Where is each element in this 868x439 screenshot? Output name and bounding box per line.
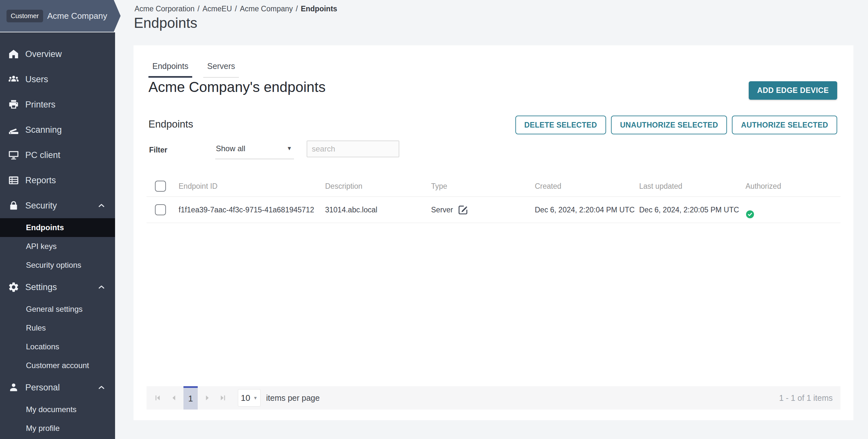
breadcrumb-item[interactable]: Acme Company xyxy=(240,4,293,13)
caret-down-icon: ▼ xyxy=(253,395,258,401)
card-heading: Acme Company's endpoints xyxy=(149,79,326,95)
scanner-icon xyxy=(8,124,20,136)
cell-endpoint-id: f1f1ea39-7aac-4f3c-9715-41a681945712 xyxy=(179,206,325,214)
breadcrumb-item[interactable]: AcmeEU xyxy=(203,4,232,13)
sidebar-item-general-settings[interactable]: General settings xyxy=(0,300,115,318)
sidebar-item-settings[interactable]: Settings xyxy=(0,274,115,300)
sidebar-header: Customer Acme Company xyxy=(0,0,121,32)
sidebar: Overview Users Printers Scanning PC clie… xyxy=(0,32,115,439)
sidebar-item-locations[interactable]: Locations xyxy=(0,337,115,356)
printer-icon xyxy=(8,99,20,110)
sidebar-item-label: Overview xyxy=(25,49,62,59)
breadcrumb-item[interactable]: Acme Corporation xyxy=(134,4,194,13)
filter-select[interactable]: Show all ▼ xyxy=(215,139,294,159)
tab-servers[interactable]: Servers xyxy=(203,56,239,78)
add-edge-device-button[interactable]: ADD EDGE DEVICE xyxy=(749,81,837,100)
filter-label: Filter xyxy=(149,146,167,155)
customer-badge: Customer xyxy=(6,10,43,22)
section-title: Endpoints xyxy=(149,119,193,130)
sidebar-item-overview[interactable]: Overview xyxy=(0,41,115,67)
column-header-endpoint-id: Endpoint ID xyxy=(179,182,325,191)
sidebar-item-my-documents[interactable]: My documents xyxy=(0,400,115,419)
company-name: Acme Company xyxy=(47,11,107,21)
sidebar-item-label: Settings xyxy=(25,282,57,292)
breadcrumb-item-current: Endpoints xyxy=(301,4,337,13)
authorized-check-icon xyxy=(745,210,840,219)
sidebar-item-reports[interactable]: Reports xyxy=(0,168,115,193)
breadcrumb-separator: / xyxy=(197,4,199,13)
bulk-actions: DELETE SELECTED UNAUTHORIZE SELECTED AUT… xyxy=(515,115,837,134)
authorize-selected-button[interactable]: AUTHORIZE SELECTED xyxy=(732,115,837,134)
cell-description: 31014.abc.local xyxy=(325,206,431,214)
tab-endpoints[interactable]: Endpoints xyxy=(149,56,192,78)
sidebar-item-label: Printers xyxy=(25,100,55,110)
page-size-select[interactable]: 10 ▼ xyxy=(238,389,260,407)
sidebar-item-label: Reports xyxy=(25,175,56,185)
next-page-button[interactable] xyxy=(201,392,214,404)
previous-page-button[interactable] xyxy=(167,392,180,404)
sidebar-item-my-profile[interactable]: My profile xyxy=(0,419,115,438)
sidebar-item-customer-account[interactable]: Customer account xyxy=(0,356,115,375)
column-header-type: Type xyxy=(431,182,535,191)
column-header-created: Created xyxy=(535,182,639,191)
page-size-value: 10 xyxy=(241,393,250,403)
tab-bar: Endpoints Servers xyxy=(149,56,239,78)
sidebar-item-security-options[interactable]: Security options xyxy=(0,256,115,274)
delete-selected-button[interactable]: DELETE SELECTED xyxy=(515,115,606,134)
caret-down-icon: ▼ xyxy=(286,145,292,152)
column-header-last-updated: Last updated xyxy=(639,182,745,191)
breadcrumb-separator: / xyxy=(296,4,298,13)
sidebar-item-label: Users xyxy=(25,74,48,85)
sidebar-item-label: Scanning xyxy=(25,125,62,135)
type-value: Server xyxy=(431,206,453,214)
sidebar-item-pc-client[interactable]: PC client xyxy=(0,142,115,168)
search-input[interactable] xyxy=(307,140,399,157)
sidebar-item-printers[interactable]: Printers xyxy=(0,92,115,117)
gear-icon xyxy=(8,281,20,293)
last-page-button[interactable] xyxy=(217,392,229,404)
content-card: Endpoints Servers Acme Company's endpoin… xyxy=(133,45,854,420)
cell-authorized xyxy=(745,201,840,219)
sidebar-item-label: Security xyxy=(25,201,57,211)
sidebar-item-users[interactable]: Users xyxy=(0,67,115,92)
home-icon xyxy=(8,48,20,60)
sidebar-item-endpoints[interactable]: Endpoints xyxy=(0,218,115,237)
page: Customer Acme Company Overview Users Pri… xyxy=(0,0,868,439)
cell-last-updated: Dec 6, 2024, 2:20:05 PM UTC xyxy=(639,206,745,214)
items-per-page-label: items per page xyxy=(266,393,319,403)
select-all-checkbox[interactable] xyxy=(155,181,166,192)
edit-icon[interactable] xyxy=(458,204,469,215)
sidebar-item-label: Personal xyxy=(25,383,60,393)
sidebar-item-security[interactable]: Security xyxy=(0,193,115,218)
endpoints-table: Endpoint ID Description Type Created Las… xyxy=(147,176,840,223)
breadcrumb-separator: / xyxy=(235,4,237,13)
unauthorize-selected-button[interactable]: UNAUTHORIZE SELECTED xyxy=(611,115,727,134)
breadcrumb: Acme Corporation / AcmeEU / Acme Company… xyxy=(134,4,337,13)
sidebar-item-api-keys[interactable]: API keys xyxy=(0,237,115,256)
monitor-icon xyxy=(8,149,20,161)
row-checkbox[interactable] xyxy=(155,204,166,215)
person-icon xyxy=(8,382,20,393)
sidebar-item-label: PC client xyxy=(25,150,60,160)
sidebar-item-rules[interactable]: Rules xyxy=(0,318,115,337)
cell-created: Dec 6, 2024, 2:20:04 PM UTC xyxy=(535,206,639,214)
first-page-button[interactable] xyxy=(151,392,164,404)
users-icon xyxy=(8,73,20,85)
chevron-up-icon[interactable] xyxy=(97,201,106,210)
reports-icon xyxy=(8,174,20,186)
lock-icon xyxy=(8,200,20,211)
sidebar-item-scanning[interactable]: Scanning xyxy=(0,117,115,142)
chevron-up-icon[interactable] xyxy=(97,283,106,292)
table-row: f1f1ea39-7aac-4f3c-9715-41a681945712 310… xyxy=(147,197,840,223)
page-number-button[interactable]: 1 xyxy=(183,386,198,409)
page-title: Endpoints xyxy=(134,15,197,31)
column-header-authorized: Authorized xyxy=(745,182,840,191)
pagination-bar: 1 10 ▼ items per page 1 - 1 of 1 items xyxy=(147,386,840,409)
cell-type: Server xyxy=(431,204,535,215)
pagination-range-label: 1 - 1 of 1 items xyxy=(779,393,833,403)
filter-select-value: Show all xyxy=(216,144,245,153)
chevron-up-icon[interactable] xyxy=(97,383,106,392)
sidebar-item-personal[interactable]: Personal xyxy=(0,375,115,400)
column-header-description: Description xyxy=(325,182,431,191)
table-header-row: Endpoint ID Description Type Created Las… xyxy=(147,176,840,197)
